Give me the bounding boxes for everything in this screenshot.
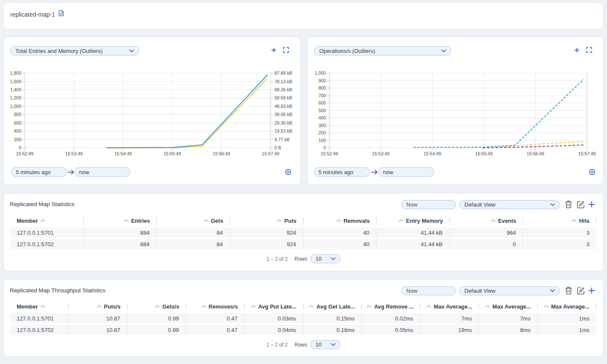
svg-text:15:57:49: 15:57:49: [578, 151, 596, 156]
svg-text:15:53:49: 15:53:49: [372, 151, 390, 156]
svg-text:15:57:49: 15:57:49: [262, 151, 280, 156]
svg-text:200: 200: [318, 130, 326, 135]
svg-text:15:53:49: 15:53:49: [65, 151, 83, 156]
svg-text:0: 0: [324, 145, 326, 150]
svg-text:300: 300: [318, 123, 326, 128]
svg-text:15:52:49: 15:52:49: [321, 151, 338, 156]
svg-text:1,600: 1,600: [10, 79, 21, 84]
svg-text:15:54:49: 15:54:49: [114, 151, 132, 156]
svg-text:15:54:49: 15:54:49: [423, 151, 441, 156]
svg-text:87.89 kB: 87.89 kB: [274, 70, 292, 76]
svg-text:1,400: 1,400: [10, 87, 21, 92]
svg-text:15:56:49: 15:56:49: [527, 151, 544, 156]
svg-text:29.30 kB: 29.30 kB: [274, 120, 292, 125]
svg-text:100: 100: [318, 138, 326, 143]
svg-text:9.77 kB: 9.77 kB: [274, 137, 290, 142]
svg-text:900: 900: [318, 78, 326, 83]
svg-text:1,000: 1,000: [10, 104, 21, 109]
svg-text:15:55:49: 15:55:49: [475, 151, 493, 156]
svg-text:400: 400: [318, 115, 326, 120]
svg-text:58.59 kB: 58.59 kB: [274, 95, 292, 100]
svg-text:0 B: 0 B: [274, 145, 281, 150]
svg-text:48.83 kB: 48.83 kB: [274, 104, 292, 109]
svg-text:800: 800: [14, 112, 21, 117]
svg-text:1,800: 1,800: [10, 70, 21, 76]
svg-text:600: 600: [14, 120, 21, 125]
svg-text:200: 200: [14, 137, 21, 142]
svg-text:15:52:49: 15:52:49: [16, 151, 34, 156]
svg-text:800: 800: [318, 85, 326, 90]
svg-text:0: 0: [19, 145, 21, 150]
svg-text:39.06 kB: 39.06 kB: [274, 112, 292, 117]
svg-text:19.53 kB: 19.53 kB: [274, 128, 292, 134]
svg-text:15:55:49: 15:55:49: [163, 151, 181, 156]
svg-text:78.13 kB: 78.13 kB: [274, 79, 292, 84]
svg-text:600: 600: [318, 100, 326, 105]
svg-text:1,000: 1,000: [315, 70, 326, 76]
svg-text:400: 400: [14, 128, 21, 134]
svg-text:1,200: 1,200: [10, 95, 21, 100]
svg-text:68.36 kB: 68.36 kB: [274, 87, 292, 92]
svg-text:15:56:49: 15:56:49: [213, 151, 230, 156]
svg-text:700: 700: [318, 93, 326, 98]
svg-text:500: 500: [318, 108, 326, 113]
